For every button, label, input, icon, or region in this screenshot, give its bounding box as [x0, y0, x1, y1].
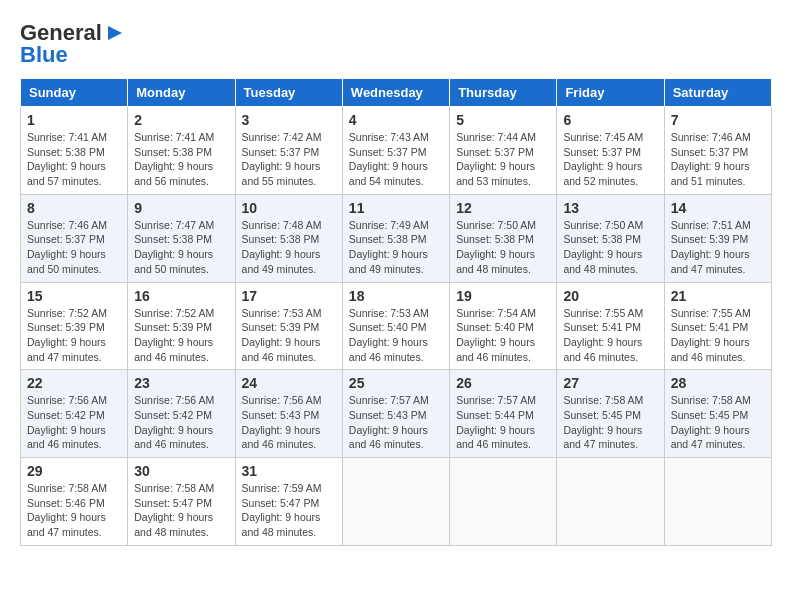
calendar-cell: 6 Sunrise: 7:45 AM Sunset: 5:37 PM Dayli… [557, 107, 664, 195]
calendar-cell [664, 458, 771, 546]
day-number: 13 [563, 200, 657, 216]
logo-blue: Blue [20, 42, 68, 68]
day-number: 3 [242, 112, 336, 128]
day-info: Sunrise: 7:44 AM Sunset: 5:37 PM Dayligh… [456, 130, 550, 189]
calendar-cell: 7 Sunrise: 7:46 AM Sunset: 5:37 PM Dayli… [664, 107, 771, 195]
day-info: Sunrise: 7:57 AM Sunset: 5:43 PM Dayligh… [349, 393, 443, 452]
calendar-week-3: 15 Sunrise: 7:52 AM Sunset: 5:39 PM Dayl… [21, 282, 772, 370]
day-info: Sunrise: 7:46 AM Sunset: 5:37 PM Dayligh… [27, 218, 121, 277]
day-info: Sunrise: 7:55 AM Sunset: 5:41 PM Dayligh… [563, 306, 657, 365]
logo: General Blue [20, 20, 126, 68]
day-number: 16 [134, 288, 228, 304]
calendar-cell: 24 Sunrise: 7:56 AM Sunset: 5:43 PM Dayl… [235, 370, 342, 458]
day-number: 11 [349, 200, 443, 216]
day-info: Sunrise: 7:55 AM Sunset: 5:41 PM Dayligh… [671, 306, 765, 365]
calendar-cell: 12 Sunrise: 7:50 AM Sunset: 5:38 PM Dayl… [450, 194, 557, 282]
column-header-saturday: Saturday [664, 79, 771, 107]
day-info: Sunrise: 7:43 AM Sunset: 5:37 PM Dayligh… [349, 130, 443, 189]
day-info: Sunrise: 7:58 AM Sunset: 5:47 PM Dayligh… [134, 481, 228, 540]
calendar-table: SundayMondayTuesdayWednesdayThursdayFrid… [20, 78, 772, 546]
day-number: 7 [671, 112, 765, 128]
calendar-week-4: 22 Sunrise: 7:56 AM Sunset: 5:42 PM Dayl… [21, 370, 772, 458]
calendar-cell: 9 Sunrise: 7:47 AM Sunset: 5:38 PM Dayli… [128, 194, 235, 282]
day-number: 25 [349, 375, 443, 391]
day-number: 26 [456, 375, 550, 391]
day-info: Sunrise: 7:58 AM Sunset: 5:45 PM Dayligh… [563, 393, 657, 452]
calendar-cell: 30 Sunrise: 7:58 AM Sunset: 5:47 PM Dayl… [128, 458, 235, 546]
calendar-cell: 1 Sunrise: 7:41 AM Sunset: 5:38 PM Dayli… [21, 107, 128, 195]
column-header-sunday: Sunday [21, 79, 128, 107]
calendar-header-row: SundayMondayTuesdayWednesdayThursdayFrid… [21, 79, 772, 107]
column-header-tuesday: Tuesday [235, 79, 342, 107]
day-number: 8 [27, 200, 121, 216]
logo-arrow-icon [104, 22, 126, 44]
calendar-cell: 21 Sunrise: 7:55 AM Sunset: 5:41 PM Dayl… [664, 282, 771, 370]
calendar-cell: 14 Sunrise: 7:51 AM Sunset: 5:39 PM Dayl… [664, 194, 771, 282]
day-info: Sunrise: 7:52 AM Sunset: 5:39 PM Dayligh… [134, 306, 228, 365]
day-number: 21 [671, 288, 765, 304]
day-number: 27 [563, 375, 657, 391]
day-number: 28 [671, 375, 765, 391]
calendar-cell: 4 Sunrise: 7:43 AM Sunset: 5:37 PM Dayli… [342, 107, 449, 195]
calendar-cell [342, 458, 449, 546]
column-header-thursday: Thursday [450, 79, 557, 107]
calendar-cell: 28 Sunrise: 7:58 AM Sunset: 5:45 PM Dayl… [664, 370, 771, 458]
day-info: Sunrise: 7:46 AM Sunset: 5:37 PM Dayligh… [671, 130, 765, 189]
calendar-week-2: 8 Sunrise: 7:46 AM Sunset: 5:37 PM Dayli… [21, 194, 772, 282]
day-info: Sunrise: 7:47 AM Sunset: 5:38 PM Dayligh… [134, 218, 228, 277]
page-header: General Blue [20, 20, 772, 68]
day-number: 4 [349, 112, 443, 128]
day-number: 9 [134, 200, 228, 216]
calendar-cell: 26 Sunrise: 7:57 AM Sunset: 5:44 PM Dayl… [450, 370, 557, 458]
calendar-cell: 2 Sunrise: 7:41 AM Sunset: 5:38 PM Dayli… [128, 107, 235, 195]
calendar-week-5: 29 Sunrise: 7:58 AM Sunset: 5:46 PM Dayl… [21, 458, 772, 546]
calendar-cell: 15 Sunrise: 7:52 AM Sunset: 5:39 PM Dayl… [21, 282, 128, 370]
calendar-cell: 3 Sunrise: 7:42 AM Sunset: 5:37 PM Dayli… [235, 107, 342, 195]
day-number: 17 [242, 288, 336, 304]
day-info: Sunrise: 7:58 AM Sunset: 5:46 PM Dayligh… [27, 481, 121, 540]
calendar-cell: 16 Sunrise: 7:52 AM Sunset: 5:39 PM Dayl… [128, 282, 235, 370]
day-number: 30 [134, 463, 228, 479]
calendar-cell: 31 Sunrise: 7:59 AM Sunset: 5:47 PM Dayl… [235, 458, 342, 546]
calendar-cell: 13 Sunrise: 7:50 AM Sunset: 5:38 PM Dayl… [557, 194, 664, 282]
day-number: 29 [27, 463, 121, 479]
calendar-cell [450, 458, 557, 546]
day-number: 23 [134, 375, 228, 391]
day-info: Sunrise: 7:50 AM Sunset: 5:38 PM Dayligh… [456, 218, 550, 277]
day-info: Sunrise: 7:56 AM Sunset: 5:42 PM Dayligh… [27, 393, 121, 452]
calendar-cell [557, 458, 664, 546]
column-header-friday: Friday [557, 79, 664, 107]
day-number: 2 [134, 112, 228, 128]
calendar-cell: 27 Sunrise: 7:58 AM Sunset: 5:45 PM Dayl… [557, 370, 664, 458]
day-info: Sunrise: 7:56 AM Sunset: 5:43 PM Dayligh… [242, 393, 336, 452]
calendar-cell: 18 Sunrise: 7:53 AM Sunset: 5:40 PM Dayl… [342, 282, 449, 370]
day-info: Sunrise: 7:45 AM Sunset: 5:37 PM Dayligh… [563, 130, 657, 189]
day-info: Sunrise: 7:48 AM Sunset: 5:38 PM Dayligh… [242, 218, 336, 277]
calendar-cell: 8 Sunrise: 7:46 AM Sunset: 5:37 PM Dayli… [21, 194, 128, 282]
day-info: Sunrise: 7:57 AM Sunset: 5:44 PM Dayligh… [456, 393, 550, 452]
day-number: 24 [242, 375, 336, 391]
calendar-week-1: 1 Sunrise: 7:41 AM Sunset: 5:38 PM Dayli… [21, 107, 772, 195]
day-number: 5 [456, 112, 550, 128]
svg-marker-0 [108, 26, 122, 40]
day-info: Sunrise: 7:58 AM Sunset: 5:45 PM Dayligh… [671, 393, 765, 452]
day-info: Sunrise: 7:49 AM Sunset: 5:38 PM Dayligh… [349, 218, 443, 277]
day-info: Sunrise: 7:42 AM Sunset: 5:37 PM Dayligh… [242, 130, 336, 189]
day-info: Sunrise: 7:54 AM Sunset: 5:40 PM Dayligh… [456, 306, 550, 365]
day-info: Sunrise: 7:41 AM Sunset: 5:38 PM Dayligh… [134, 130, 228, 189]
day-number: 1 [27, 112, 121, 128]
calendar-cell: 22 Sunrise: 7:56 AM Sunset: 5:42 PM Dayl… [21, 370, 128, 458]
day-info: Sunrise: 7:51 AM Sunset: 5:39 PM Dayligh… [671, 218, 765, 277]
day-info: Sunrise: 7:41 AM Sunset: 5:38 PM Dayligh… [27, 130, 121, 189]
day-number: 18 [349, 288, 443, 304]
day-info: Sunrise: 7:50 AM Sunset: 5:38 PM Dayligh… [563, 218, 657, 277]
day-info: Sunrise: 7:53 AM Sunset: 5:39 PM Dayligh… [242, 306, 336, 365]
calendar-cell: 5 Sunrise: 7:44 AM Sunset: 5:37 PM Dayli… [450, 107, 557, 195]
day-number: 10 [242, 200, 336, 216]
calendar-cell: 23 Sunrise: 7:56 AM Sunset: 5:42 PM Dayl… [128, 370, 235, 458]
calendar-cell: 11 Sunrise: 7:49 AM Sunset: 5:38 PM Dayl… [342, 194, 449, 282]
day-number: 15 [27, 288, 121, 304]
day-number: 19 [456, 288, 550, 304]
day-number: 12 [456, 200, 550, 216]
day-info: Sunrise: 7:59 AM Sunset: 5:47 PM Dayligh… [242, 481, 336, 540]
